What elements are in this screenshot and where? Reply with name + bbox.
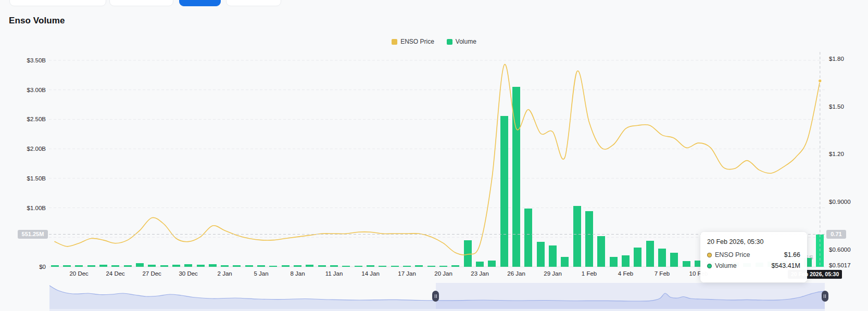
enso-volume-panel: Enso Volume ENSO Price Volume ass $3.50B… — [0, 0, 868, 311]
svg-text:30 Dec: 30 Dec — [179, 270, 198, 277]
legend-item-enso-price[interactable]: ENSO Price — [392, 38, 434, 45]
volume-dot-icon — [707, 264, 712, 268]
svg-text:17 Jan: 17 Jan — [398, 270, 416, 277]
volume-swatch-icon — [447, 39, 452, 45]
svg-text:$3.50B: $3.50B — [27, 57, 46, 63]
svg-text:$0.6000: $0.6000 — [829, 247, 851, 253]
chart-tooltip: 20 Feb 2026, 05:30 ENSO Price $1.66 Volu… — [700, 232, 807, 282]
svg-text:7 Feb: 7 Feb — [655, 270, 670, 277]
svg-text:4 Feb: 4 Feb — [618, 270, 633, 277]
svg-text:27 Dec: 27 Dec — [142, 270, 161, 277]
svg-text:2 Jan: 2 Jan — [218, 270, 232, 277]
svg-text:20 Jan: 20 Jan — [434, 270, 452, 277]
enso-price-swatch-icon — [392, 39, 397, 45]
svg-text:26 Jan: 26 Jan — [507, 270, 525, 277]
svg-text:24 Dec: 24 Dec — [106, 270, 125, 277]
svg-text:$1.80: $1.80 — [829, 56, 844, 62]
svg-text:$2.50B: $2.50B — [27, 116, 46, 122]
range-navigator[interactable] — [49, 283, 825, 309]
tooltip-row-volume: Volume $543.41M — [707, 262, 800, 269]
tooltip-label: ENSO Price — [715, 251, 750, 258]
tooltip-row-price: ENSO Price $1.66 — [707, 251, 800, 258]
navigator-right-handle[interactable] — [822, 291, 828, 302]
crosshair-left-value-badge: 551.25M — [18, 230, 48, 239]
svg-text:23 Jan: 23 Jan — [471, 270, 489, 277]
legend-item-volume[interactable]: Volume — [447, 38, 476, 45]
svg-text:11 Jan: 11 Jan — [325, 270, 343, 277]
crosshair-right-value-badge: 0.71 — [826, 230, 846, 239]
svg-text:$1.00B: $1.00B — [27, 205, 46, 211]
navigator-baseline — [49, 309, 825, 311]
navigator-left-handle[interactable] — [432, 291, 439, 302]
svg-text:$1.50B: $1.50B — [27, 175, 46, 182]
svg-text:$0.9000: $0.9000 — [829, 199, 851, 205]
svg-text:$2.00B: $2.00B — [27, 146, 46, 152]
svg-text:$1.50: $1.50 — [829, 103, 844, 110]
chart-legend: ENSO Price Volume — [0, 38, 868, 45]
svg-text:8 Jan: 8 Jan — [291, 270, 305, 277]
tooltip-value: $543.41M — [771, 262, 800, 269]
svg-text:$0: $0 — [39, 264, 46, 270]
svg-text:$3.00B: $3.00B — [27, 87, 46, 93]
svg-text:14 Jan: 14 Jan — [361, 270, 380, 277]
svg-text:20 Dec: 20 Dec — [69, 270, 89, 277]
enso-price-dot-icon — [707, 253, 712, 257]
svg-text:$0.5017: $0.5017 — [829, 262, 851, 268]
legend-label: Volume — [456, 38, 476, 45]
tooltip-value: $1.66 — [784, 251, 800, 258]
tooltip-label: Volume — [715, 262, 737, 269]
svg-text:29 Jan: 29 Jan — [544, 270, 562, 277]
tooltip-date: 20 Feb 2026, 05:30 — [707, 238, 800, 245]
svg-text:1 Feb: 1 Feb — [582, 270, 597, 277]
svg-text:$1.20: $1.20 — [829, 151, 844, 157]
legend-label: ENSO Price — [400, 38, 434, 45]
svg-text:5 Jan: 5 Jan — [254, 270, 269, 277]
